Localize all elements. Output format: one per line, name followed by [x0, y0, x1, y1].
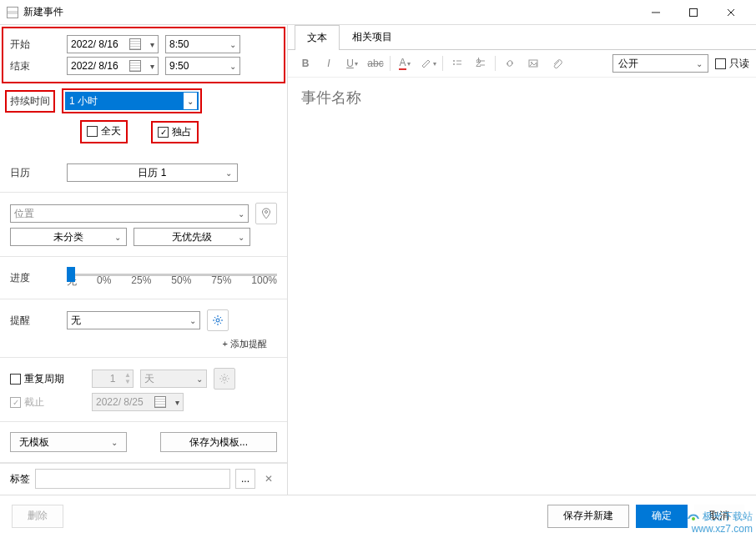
- end-label: 结束: [10, 59, 60, 73]
- progress-slider[interactable]: 无 0% 25% 50% 75% 100%: [67, 267, 277, 289]
- reminder-label: 提醒: [10, 314, 60, 328]
- delete-button[interactable]: 删除: [12, 505, 63, 528]
- location-pin-button[interactable]: [255, 203, 277, 224]
- number-list-button[interactable]: 12: [470, 53, 491, 73]
- tab-related[interactable]: 相关项目: [340, 24, 405, 49]
- calendar-icon: [129, 38, 141, 50]
- highlight-button[interactable]: ▾: [417, 53, 439, 73]
- end-time-select[interactable]: 9:50⌄: [165, 57, 240, 75]
- tag-more-button[interactable]: ...: [235, 469, 255, 489]
- format-toolbar: B I U▾ abc A▾ ▾ 12: [288, 50, 756, 78]
- readonly-checkbox[interactable]: 只读: [715, 57, 749, 71]
- exclusive-checkbox[interactable]: 独占: [158, 125, 192, 139]
- titlebar: 新建事件: [0, 0, 756, 25]
- event-title-input[interactable]: [288, 78, 756, 118]
- slider-ticks: 无 0% 25% 50% 75% 100%: [67, 274, 277, 289]
- repeat-count-input: 1 ▲▼: [92, 370, 134, 388]
- maximize-button[interactable]: [674, 0, 712, 25]
- calendar-icon: [129, 60, 141, 72]
- deadline-checkbox: 截止: [10, 395, 85, 410]
- priority-select[interactable]: 无优先级⌄: [134, 228, 250, 246]
- progress-label: 进度: [10, 271, 60, 285]
- duration-label: 持续时间: [5, 90, 55, 113]
- bold-button[interactable]: B: [295, 53, 316, 73]
- ok-button[interactable]: 确定: [636, 505, 688, 528]
- add-reminder-link[interactable]: + 添加提醒: [10, 334, 277, 350]
- calendar-select[interactable]: 日历 1⌄: [67, 163, 238, 182]
- minimize-button[interactable]: [637, 0, 674, 25]
- calendar-label: 日历: [10, 166, 60, 180]
- left-panel: 开始 2022/ 8/16▾ 8:50⌄ 结束 2022/ 8/16▾ 9:50…: [0, 25, 288, 495]
- reminder-select[interactable]: 无⌄: [67, 311, 200, 329]
- allday-checkbox[interactable]: 全天: [87, 124, 121, 138]
- image-button[interactable]: [522, 53, 544, 73]
- cancel-button[interactable]: 取消: [694, 505, 744, 528]
- right-panel: 文本 相关项目 B I U▾ abc A▾ ▾ 12: [288, 25, 756, 495]
- calendar-icon: [154, 396, 166, 408]
- window-title: 新建事件: [23, 5, 637, 19]
- save-and-new-button[interactable]: 保存并新建: [547, 505, 629, 528]
- duration-select[interactable]: 1 小时⌄: [65, 92, 199, 110]
- category-select[interactable]: 未分类⌄: [10, 228, 127, 246]
- bullet-list-button[interactable]: [446, 53, 468, 73]
- svg-point-6: [223, 377, 226, 380]
- footer: 删除 保存并新建 确定 取消 极光下载站 www.xz7.com: [0, 495, 756, 536]
- start-label: 开始: [10, 38, 60, 52]
- start-date-input[interactable]: 2022/ 8/16▾: [67, 35, 159, 53]
- visibility-select[interactable]: 公开⌄: [612, 54, 708, 73]
- svg-text:2: 2: [476, 58, 481, 69]
- end-date-input[interactable]: 2022/ 8/16▾: [67, 57, 159, 75]
- underline-button[interactable]: U▾: [341, 53, 363, 73]
- tag-close-button[interactable]: ✕: [260, 473, 277, 485]
- event-body-input[interactable]: [288, 118, 756, 495]
- time-range-group: 开始 2022/ 8/16▾ 8:50⌄ 结束 2022/ 8/16▾ 9:50…: [2, 27, 285, 83]
- repeat-settings-button: [214, 368, 235, 390]
- font-color-button[interactable]: A▾: [394, 53, 416, 73]
- italic-button[interactable]: I: [318, 53, 340, 73]
- svg-point-9: [453, 63, 455, 65]
- app-icon: [7, 7, 18, 18]
- link-button[interactable]: [499, 53, 521, 73]
- strike-button[interactable]: abc: [365, 53, 386, 73]
- tag-input[interactable]: [35, 469, 230, 489]
- attach-button[interactable]: [546, 53, 567, 73]
- save-template-button[interactable]: 保存为模板...: [160, 432, 277, 452]
- template-select[interactable]: 无模板⌄: [10, 432, 127, 452]
- svg-point-5: [216, 319, 219, 322]
- tab-text[interactable]: 文本: [295, 25, 340, 50]
- start-time-select[interactable]: 8:50⌄: [165, 35, 240, 53]
- close-button[interactable]: [712, 0, 749, 25]
- reminder-settings-button[interactable]: [207, 309, 229, 331]
- tag-label: 标签: [10, 472, 30, 486]
- repeat-checkbox[interactable]: 重复周期: [10, 372, 85, 386]
- deadline-date-input: 2022/ 8/25▾: [92, 393, 184, 411]
- tabs: 文本 相关项目: [288, 25, 756, 50]
- location-input[interactable]: 位置⌄: [10, 204, 249, 223]
- svg-rect-1: [689, 8, 697, 16]
- slider-thumb-icon[interactable]: [67, 267, 75, 282]
- svg-point-7: [453, 60, 455, 62]
- repeat-unit-select: 天⌄: [140, 370, 207, 388]
- svg-point-4: [265, 211, 268, 214]
